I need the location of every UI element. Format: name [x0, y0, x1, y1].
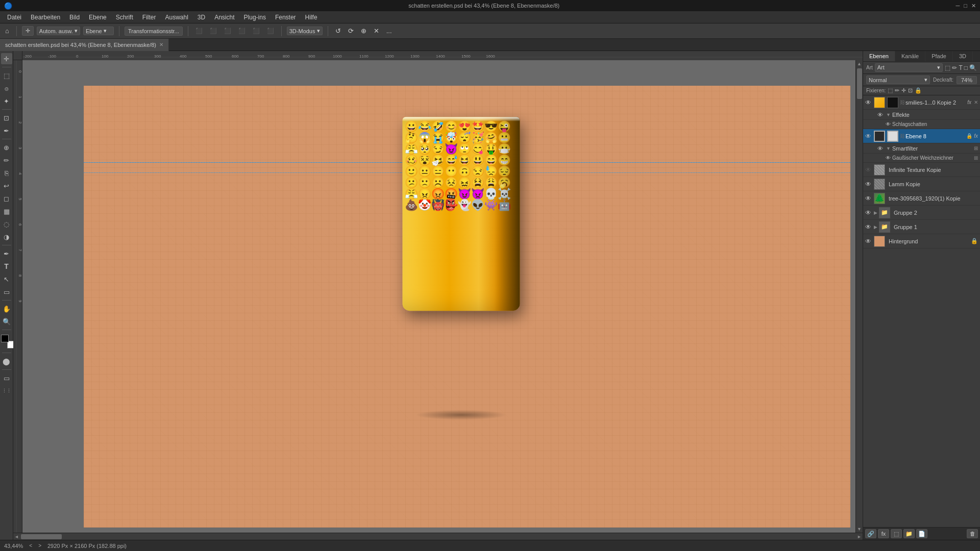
layer-ebene-8[interactable]: 👁 ⛓ Ebene 8 🔒 fx: [863, 129, 980, 143]
flip-btn[interactable]: ⟳: [346, 26, 356, 36]
link-layers-btn[interactable]: 🔗: [865, 529, 876, 538]
art-icon-2[interactable]: ✏: [952, 64, 957, 71]
eraser-tool[interactable]: ◻: [1, 193, 12, 204]
gruppe1-arrow[interactable]: [874, 224, 877, 230]
window-controls[interactable]: ─ □ ✕: [956, 3, 976, 9]
effects-vis-smilies[interactable]: 👁: [877, 112, 885, 118]
art-icon-5[interactable]: 🔍: [969, 64, 977, 71]
gauss-filter-item[interactable]: 👁 Gaußischer Weichzeichner ⊞: [863, 154, 980, 163]
art-icon-3[interactable]: T: [959, 64, 962, 71]
screen-mode-btn[interactable]: ▭: [1, 372, 12, 384]
more-options-btn[interactable]: ...: [384, 26, 394, 36]
menu-hilfe[interactable]: Hilfe: [301, 13, 322, 22]
gauss-vis[interactable]: 👁: [886, 155, 891, 161]
new-group-btn[interactable]: 📁: [903, 529, 915, 538]
blur-tool[interactable]: ◌: [1, 218, 12, 230]
scroll-left-btn[interactable]: ◄: [14, 534, 19, 539]
close-btn[interactable]: ✕: [971, 3, 976, 9]
smartfilter-group-ebene8[interactable]: 👁 Smartfilter ⊞: [863, 143, 980, 154]
add-style-btn[interactable]: fx: [878, 529, 889, 538]
layer-dropdown[interactable]: Ebene ▾: [83, 27, 114, 35]
vertical-scrollbar[interactable]: ▲ ▼: [855, 60, 863, 533]
layer-vis-infinite[interactable]: 👁: [865, 166, 872, 173]
tab-3d[interactable]: 3D: [953, 51, 973, 61]
foreground-color[interactable]: [1, 335, 9, 342]
mode3d-dropdown[interactable]: 3D-Modus ▾: [287, 27, 323, 35]
lasso-tool[interactable]: ⌾: [1, 83, 12, 94]
brush-tool[interactable]: ✏: [1, 155, 12, 166]
tab-ebenen[interactable]: Ebenen: [863, 51, 895, 61]
add-mask-btn[interactable]: ⬚: [891, 529, 902, 538]
effects-arrow-smilies[interactable]: [886, 112, 891, 117]
schlagschatten-vis[interactable]: 👁: [886, 121, 891, 127]
shape-tool[interactable]: ▭: [1, 286, 12, 297]
cancel-btn[interactable]: ✕: [372, 26, 381, 36]
blend-mode-dropdown[interactable]: Normal ▾: [866, 76, 930, 84]
nav-prev-btn[interactable]: <: [29, 543, 32, 548]
smartfilter-vis[interactable]: 👁: [877, 145, 885, 152]
align-top-btn[interactable]: ⬛: [236, 27, 248, 35]
path-select-tool[interactable]: ↖: [1, 273, 12, 285]
art-icon-1[interactable]: ⬚: [945, 64, 950, 71]
move-tool-btn[interactable]: ✛: [22, 26, 34, 36]
new-layer-btn[interactable]: 📄: [916, 529, 927, 538]
magic-wand-tool[interactable]: ✦: [1, 95, 12, 107]
home-btn[interactable]: ⌂: [3, 26, 11, 36]
menu-schrift[interactable]: Schrift: [112, 13, 137, 22]
gradient-tool[interactable]: ▦: [1, 206, 12, 217]
layer-fx-smilies[interactable]: fx: [966, 99, 972, 105]
lock-position-btn[interactable]: ✛: [901, 87, 906, 94]
rotate-btn[interactable]: ↺: [333, 26, 343, 36]
canvas-container[interactable]: 😀😂🤣😊😍🤩😎😜🤔😱😭🤯😴🥳🤗😬😤🥺😏😈🙄😋🤑😷🥴😵🤧😅😆😃😄😁🙂😐😑😶🙃😒😓😔…: [22, 60, 855, 533]
pen-tool[interactable]: ✒: [1, 248, 12, 259]
menu-bild[interactable]: Bild: [65, 13, 84, 22]
minimize-btn[interactable]: ─: [956, 3, 960, 9]
lock-all-btn[interactable]: 🔒: [915, 87, 922, 94]
align-bottom-btn[interactable]: ⬛: [265, 27, 276, 35]
smartfilter-arrow[interactable]: [886, 146, 891, 151]
menu-auswahl[interactable]: Auswahl: [161, 13, 192, 22]
menu-filter[interactable]: Filter: [138, 13, 160, 22]
menu-ansicht[interactable]: Ansicht: [210, 13, 238, 22]
layer-vis-ebene8[interactable]: 👁: [865, 133, 872, 140]
align-left-btn[interactable]: ⬛: [193, 27, 205, 35]
maximize-btn[interactable]: □: [964, 3, 967, 9]
art-icon-4[interactable]: □: [964, 64, 968, 71]
eyedropper-tool[interactable]: ✒: [1, 125, 12, 136]
layer-vis-gruppe1[interactable]: 👁: [865, 223, 872, 231]
layer-hintergrund[interactable]: 👁 Hintergrund 🔒: [863, 234, 980, 248]
stamp-tool[interactable]: ⎘: [1, 167, 12, 179]
quick-mask-btn[interactable]: ⬤: [1, 356, 12, 367]
layer-vis-hintergrund[interactable]: 👁: [865, 238, 872, 245]
layer-lamm-kopie[interactable]: 👁 Lamm Kopie: [863, 177, 980, 191]
lock-image-btn[interactable]: ✏: [895, 87, 899, 94]
layer-vis-gruppe2[interactable]: 👁: [865, 209, 872, 216]
layer-vis-smilies[interactable]: 👁: [865, 99, 872, 106]
scroll-right-btn[interactable]: ►: [857, 534, 862, 539]
menu-datei[interactable]: Datei: [3, 13, 26, 22]
dodge-tool[interactable]: ◑: [1, 231, 12, 242]
schlagschatten-item[interactable]: 👁 Schlagschatten: [863, 120, 980, 129]
tab-kanaele[interactable]: Kanäle: [895, 51, 925, 61]
scroll-down-btn[interactable]: ▼: [857, 527, 862, 532]
layer-fx-ebene8[interactable]: fx: [974, 133, 978, 139]
move-tool[interactable]: ✛: [1, 53, 12, 64]
gruppe2-arrow[interactable]: [874, 210, 877, 215]
align-center-btn[interactable]: ⬛: [208, 27, 219, 35]
layer-vis-tree[interactable]: 👁: [865, 195, 872, 202]
history-brush[interactable]: ↩: [1, 180, 12, 191]
v-scroll-thumb[interactable]: [857, 68, 862, 99]
align-right-btn[interactable]: ⬛: [222, 27, 233, 35]
type-tool[interactable]: T: [1, 261, 12, 272]
layer-vis-lamm[interactable]: 👁: [865, 181, 872, 188]
menu-plugins[interactable]: Plug-ins: [240, 13, 270, 22]
layer-gruppe-2[interactable]: 👁 📁 Gruppe 2: [863, 206, 980, 220]
art-dropdown[interactable]: Art ▾: [875, 63, 943, 72]
document-tab[interactable]: schatten erstellen.psd bei 43,4% (Ebene …: [0, 39, 169, 51]
opacity-input[interactable]: [957, 76, 977, 84]
selection-tool[interactable]: ⬚: [1, 70, 12, 81]
crop-tool[interactable]: ⊡: [1, 112, 12, 123]
scroll-up-btn[interactable]: ▲: [857, 61, 862, 66]
layer-chain-ebene8[interactable]: ⛓: [900, 133, 904, 139]
hand-tool[interactable]: ✋: [1, 303, 12, 314]
